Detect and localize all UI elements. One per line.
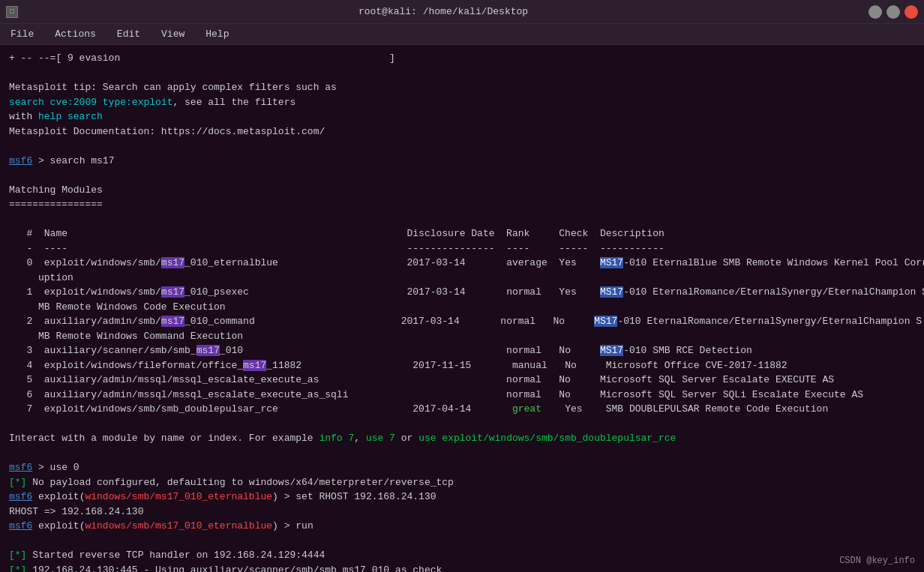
terminal-line (9, 66, 915, 81)
title-text: root@kali: /home/kali/Desktop (358, 6, 528, 17)
interact-hint: Interact with a module by name or index.… (9, 431, 915, 446)
menu-edit[interactable]: Edit (112, 27, 145, 41)
terminal[interactable]: + -- --=[ 9 evasion ] Metasploit tip: Se… (0, 45, 924, 572)
minimize-button[interactable] (868, 5, 882, 19)
menu-actions[interactable]: Actions (50, 27, 100, 41)
table-row-4: 4 exploit/windows/fileformat/office_ms17… (9, 358, 915, 373)
info-line: [*] Started reverse TCP handler on 192.1… (9, 548, 915, 563)
terminal-window: □ root@kali: /home/kali/Desktop File Act… (0, 0, 924, 572)
table-row-7: 7 exploit/windows/smb/smb_doublepulsar_r… (9, 402, 915, 417)
terminal-line: Metasploit tip: Search can apply complex… (9, 80, 915, 95)
table-header: # Name Disclosure Date Rank Check Descri… (9, 226, 915, 241)
maximize-button[interactable] (886, 5, 900, 19)
menu-help[interactable]: Help (201, 27, 233, 41)
terminal-prompt: msf6 > search ms17 (9, 154, 915, 169)
watermark: CSDN @key_info (839, 556, 915, 566)
terminal-line (9, 168, 915, 183)
table-row-6: 6 auxiliary/admin/mssql/mssql_escalate_e… (9, 388, 915, 403)
window-controls (868, 5, 918, 19)
info-line: [*] 192.168.24.130:445 - Using auxiliary… (9, 563, 915, 573)
menu-file[interactable]: File (6, 27, 38, 41)
table-row-5: 5 auxiliary/admin/mssql/mssql_escalate_e… (9, 373, 915, 388)
terminal-line: with help search (9, 109, 915, 124)
info-line: [*] No payload configured, defaulting to… (9, 475, 915, 490)
table-row-1: 1 exploit/windows/smb/ms17_010_psexec 20… (9, 285, 915, 314)
terminal-line (9, 139, 915, 154)
table-separator: - ---- --------------- ---- ----- ------… (9, 241, 915, 256)
terminal-line-tip: search cve:2009 type:exploit, see all th… (9, 95, 915, 110)
terminal-line: ================ (9, 197, 915, 212)
terminal-line (9, 212, 915, 227)
title-bar: □ root@kali: /home/kali/Desktop (0, 0, 924, 24)
table-row-0: 0 exploit/windows/smb/ms17_010_eternalbl… (9, 256, 915, 285)
terminal-line: Matching Modules (9, 183, 915, 198)
title-bar-left: □ (6, 6, 18, 18)
terminal-line (9, 417, 915, 432)
terminal-line: + -- --=[ 9 evasion ] (9, 51, 915, 66)
close-button[interactable] (904, 5, 918, 19)
table-row-2: 2 auxiliary/admin/smb/ms17_010_command 2… (9, 314, 915, 343)
menu-view[interactable]: View (157, 27, 189, 41)
terminal-line (9, 534, 915, 549)
exploit-prompt: msf6 exploit(windows/smb/ms17_010_eterna… (9, 519, 915, 534)
terminal-line (9, 446, 915, 461)
exploit-prompt: msf6 exploit(windows/smb/ms17_010_eterna… (9, 490, 915, 505)
table-row-3: 3 auxiliary/scanner/smb/smb_ms17_010 nor… (9, 343, 915, 358)
menu-bar: File Actions Edit View Help (0, 24, 924, 45)
terminal-container: + -- --=[ 9 evasion ] Metasploit tip: Se… (0, 45, 924, 572)
terminal-prompt: msf6 > use 0 (9, 460, 915, 475)
terminal-line: Metasploit Documentation: https://docs.m… (9, 124, 915, 139)
terminal-line: RHOST => 192.168.24.130 (9, 505, 915, 520)
window-icon: □ (6, 6, 18, 18)
